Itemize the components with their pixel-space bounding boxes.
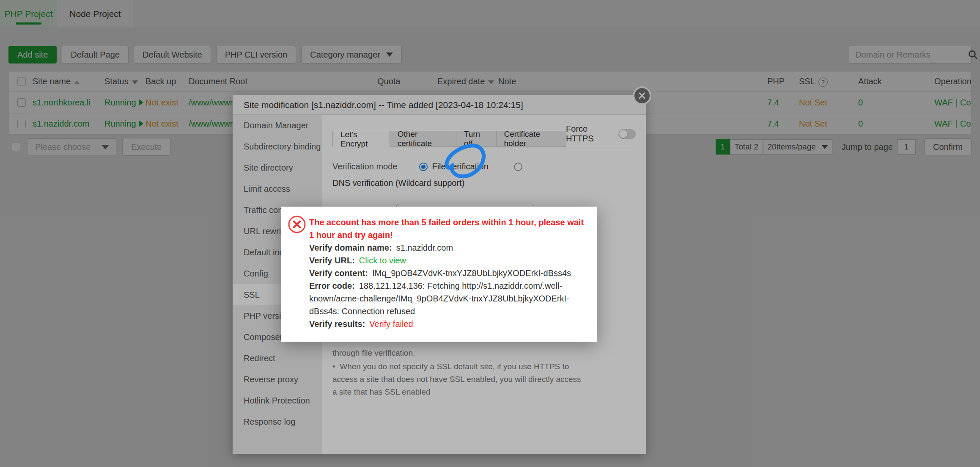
verify-content-value: IMq_9pOB4ZVdvK-tnxYJZ8UbLbjkyXODErkI-dBs… [372, 268, 571, 278]
error-popup: The account has more than 5 failed order… [281, 207, 597, 342]
verify-results-row: Verify results:Verify failed [309, 318, 590, 330]
verify-results-value: Verify failed [369, 319, 413, 329]
error-icon [288, 215, 306, 234]
verify-domain-value: s1.naziddr.com [396, 243, 453, 252]
verify-url-row: Verify URL:Click to view [309, 254, 590, 267]
error-code-row: Error code:188.121.124.136: Fetching htt… [309, 279, 590, 318]
verify-domain-row: Verify domain name:s1.naziddr.com [309, 241, 590, 254]
verify-content-row: Verify content:IMq_9pOB4ZVdvK-tnxYJZ8UbL… [309, 267, 590, 279]
error-message: The account has more than 5 failed order… [309, 216, 590, 241]
click-to-view-link[interactable]: Click to view [359, 256, 406, 265]
